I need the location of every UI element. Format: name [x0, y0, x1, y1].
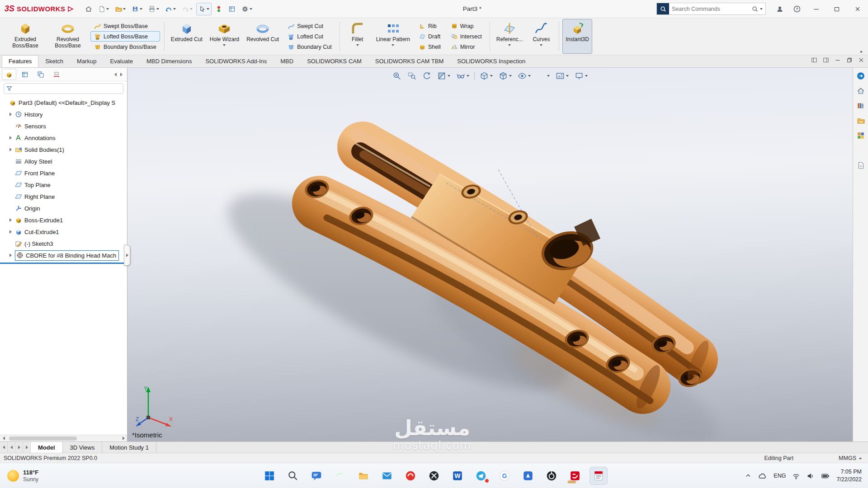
- expand-icon[interactable]: [9, 136, 12, 140]
- undo-button[interactable]: [163, 3, 178, 15]
- clock[interactable]: 7:05 PM 7/22/2022: [836, 468, 862, 483]
- doc-close-icon[interactable]: [858, 57, 864, 63]
- tree-item-history[interactable]: History: [0, 108, 127, 120]
- dropdown-caret[interactable]: [448, 75, 450, 77]
- previous-tab-button[interactable]: [8, 442, 15, 453]
- tree-item-top-plane[interactable]: Top Plane: [0, 179, 127, 191]
- next-tab-button[interactable]: [15, 442, 23, 453]
- lofted-cut-button[interactable]: Lofted Cut: [284, 31, 335, 42]
- extruded-cut-button[interactable]: Extruded Cut: [168, 19, 206, 54]
- word-button[interactable]: [448, 467, 467, 485]
- tab-solidworks-cam-tbm[interactable]: SOLIDWORKS CAM TBM: [368, 55, 450, 67]
- view-palette-tab[interactable]: [855, 130, 867, 141]
- lofted-boss-base-button[interactable]: Lofted Boss/Base: [90, 31, 160, 42]
- home-button[interactable]: [83, 3, 94, 15]
- view-orientation-button[interactable]: [479, 70, 494, 81]
- display-style-button[interactable]: [498, 70, 513, 81]
- units-selector[interactable]: MMGS: [839, 455, 862, 461]
- boundary-cut-button[interactable]: Boundary Cut: [284, 42, 335, 52]
- reference-geometry-button[interactable]: Referenc...: [493, 19, 526, 54]
- solidworks-2022-button[interactable]: 2022: [566, 467, 584, 485]
- collapse-ribbon-button[interactable]: [860, 51, 863, 52]
- wrap-button[interactable]: Wrap: [447, 21, 486, 31]
- extruded-boss-base-button[interactable]: Extruded Boss/Base: [5, 19, 46, 54]
- tab-model[interactable]: Model: [31, 442, 63, 453]
- task-pane-home-tab[interactable]: [855, 85, 867, 97]
- dynamic-annotation-views-button[interactable]: [455, 70, 470, 81]
- expand-icon[interactable]: [9, 253, 12, 257]
- rollback-bar[interactable]: [0, 263, 127, 264]
- tab-features[interactable]: Features: [2, 55, 38, 67]
- tree-item-sketch3[interactable]: (-) Sketch3: [0, 238, 127, 249]
- display-manager-tab[interactable]: [65, 69, 80, 80]
- shell-button[interactable]: Shell: [415, 42, 444, 52]
- onedrive-button[interactable]: [758, 472, 767, 479]
- redo-button[interactable]: [179, 3, 195, 15]
- dropdown-caret[interactable]: [528, 75, 531, 77]
- dropdown-caret[interactable]: [467, 75, 469, 77]
- previous-view-button[interactable]: [421, 70, 432, 81]
- wifi-button[interactable]: [792, 472, 800, 480]
- scrollbar-right-arrow[interactable]: [120, 436, 127, 440]
- part-model[interactable]: [127, 68, 853, 441]
- file-explorer-tab[interactable]: [855, 115, 867, 127]
- tab-evaluate[interactable]: Evaluate: [103, 55, 140, 67]
- mirror-button[interactable]: Mirror: [447, 42, 486, 52]
- taskbar-search-button[interactable]: [284, 467, 302, 485]
- app-red-button[interactable]: [401, 467, 420, 485]
- mail-button[interactable]: [378, 467, 396, 485]
- edge-button[interactable]: [331, 467, 349, 485]
- edit-appearance-button[interactable]: [536, 70, 551, 81]
- scrollbar-thumb[interactable]: [9, 436, 77, 441]
- revolved-boss-base-button[interactable]: Revolved Boss/Base: [47, 19, 89, 54]
- dropdown-caret[interactable]: [392, 44, 394, 46]
- tree-item-boss-extrude1[interactable]: Boss-Extrude1: [0, 214, 127, 226]
- dock-panel-icon[interactable]: [811, 57, 817, 63]
- app-blue-button[interactable]: [519, 467, 537, 485]
- feature-manager-tab[interactable]: [2, 69, 16, 80]
- tree-item-material[interactable]: Alloy Steel: [0, 155, 127, 167]
- tree-filter-box[interactable]: [4, 83, 123, 94]
- dropdown-caret[interactable]: [566, 75, 569, 77]
- fillet-button[interactable]: Fillet: [343, 19, 372, 54]
- panel-horizontal-scrollbar[interactable]: [0, 435, 127, 441]
- search-commands-box[interactable]: [656, 3, 766, 15]
- telegram-button[interactable]: [472, 467, 490, 485]
- expand-icon[interactable]: [9, 218, 12, 222]
- appearances-scenes-tab[interactable]: [855, 145, 867, 156]
- dropdown-caret[interactable]: [585, 75, 588, 77]
- search-input[interactable]: [669, 6, 752, 12]
- tab-3d-views[interactable]: 3D Views: [63, 442, 103, 453]
- dropdown-caret[interactable]: [356, 44, 359, 46]
- chat-button[interactable]: [307, 467, 326, 485]
- file-explorer-button[interactable]: [354, 467, 373, 485]
- section-view-button[interactable]: [436, 70, 451, 81]
- revolved-cut-button[interactable]: Revolved Cut: [243, 19, 282, 54]
- view-settings-button[interactable]: [574, 70, 589, 81]
- close-button[interactable]: [847, 0, 868, 18]
- tree-item-right-plane[interactable]: Right Plane: [0, 191, 127, 202]
- search-scope-button[interactable]: [657, 3, 669, 14]
- tree-item-origin[interactable]: Origin: [0, 202, 127, 214]
- dropdown-caret[interactable]: [540, 44, 542, 46]
- boundary-boss-base-button[interactable]: Boundary Boss/Base: [90, 42, 160, 52]
- tab-solidworks-addins[interactable]: SOLIDWORKS Add-Ins: [198, 55, 274, 67]
- draft-button[interactable]: Draft: [415, 31, 444, 42]
- tree-filter-input[interactable]: [14, 85, 121, 92]
- graphics-viewport[interactable]: Y X Z *Isometric: [127, 68, 853, 441]
- expand-icon[interactable]: [9, 230, 12, 234]
- search-icon[interactable]: [752, 6, 758, 12]
- tree-item-annotations[interactable]: Annotations: [0, 132, 127, 144]
- select-tool-button[interactable]: [196, 3, 212, 15]
- solidworks-active-window-button[interactable]: [590, 467, 608, 485]
- scrollbar-left-arrow[interactable]: [0, 436, 7, 440]
- apply-scene-button[interactable]: [555, 70, 570, 81]
- tree-item-cbore[interactable]: CBORE for #8 Binding Head Mach: [0, 249, 127, 261]
- tree-item-solid-bodies[interactable]: Solid Bodies(1): [0, 144, 127, 155]
- rib-button[interactable]: Rib: [415, 21, 444, 31]
- dropdown-caret[interactable]: [509, 75, 512, 77]
- tree-item-front-plane[interactable]: Front Plane: [0, 167, 127, 179]
- hide-show-items-button[interactable]: [517, 70, 532, 81]
- design-library-tab[interactable]: [855, 100, 867, 112]
- intersect-button[interactable]: Intersect: [447, 31, 486, 42]
